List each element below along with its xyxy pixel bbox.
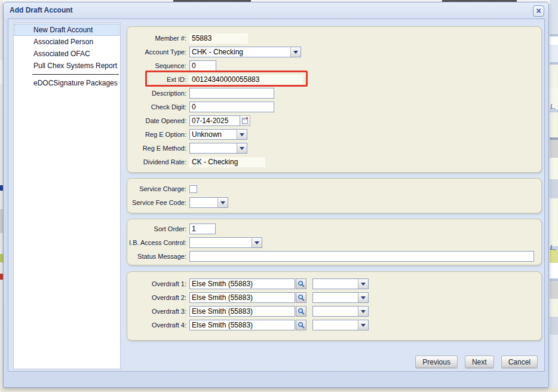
chevron-down-icon[interactable] bbox=[237, 143, 247, 153]
chevron-down-icon[interactable] bbox=[237, 130, 247, 139]
account-type-row: Account Type: bbox=[127, 47, 541, 57]
reg-e-method-select[interactable] bbox=[189, 143, 247, 154]
search-icon[interactable] bbox=[296, 278, 306, 289]
ib-access-control-row: I.B. Access Control: bbox=[127, 237, 541, 248]
dividend-rate-row: Dividend Rate: CK - Checking bbox=[127, 157, 541, 167]
overdraft-4-row: Overdraft 4: bbox=[127, 320, 541, 330]
overdraft-4-input[interactable] bbox=[189, 320, 295, 330]
chevron-down-icon[interactable] bbox=[358, 293, 368, 302]
check-digit-row: Check Digit: bbox=[127, 102, 541, 112]
chevron-down-icon[interactable] bbox=[217, 198, 228, 207]
sequence-label: Sequence: bbox=[127, 62, 189, 69]
service-charge-row: Service Charge: bbox=[127, 183, 541, 194]
overdraft-4-code-select[interactable] bbox=[312, 320, 369, 330]
search-icon[interactable] bbox=[296, 320, 306, 330]
dialog-body: New Draft Account Associated Person Asso… bbox=[8, 19, 545, 372]
overdraft-3-label: Overdraft 3: bbox=[127, 308, 189, 315]
description-row: Description: bbox=[127, 88, 541, 99]
background-bottom-strip bbox=[0, 388, 558, 392]
check-digit-input[interactable] bbox=[189, 102, 274, 112]
reg-e-method-input[interactable] bbox=[190, 143, 237, 153]
account-type-select[interactable] bbox=[189, 47, 301, 57]
search-icon[interactable] bbox=[296, 306, 306, 317]
sequence-row: Sequence: bbox=[127, 60, 541, 71]
account-details-panel: Member #: 55883 Account Type: Sequence: bbox=[127, 26, 542, 173]
ext-id-value: 00124340000055883 bbox=[189, 75, 303, 85]
sidebar-item-associated-ofac[interactable]: Associated OFAC bbox=[14, 48, 119, 60]
description-input[interactable] bbox=[189, 88, 274, 99]
ib-access-control-select[interactable] bbox=[189, 237, 262, 248]
dialog-title: Add Draft Account bbox=[10, 6, 73, 14]
overdraft-1-code-select[interactable] bbox=[312, 278, 369, 289]
sort-order-label: Sort Order: bbox=[127, 225, 189, 232]
overdraft-1-row: Overdraft 1: bbox=[127, 278, 541, 289]
service-charge-panel: Service Charge: Service Fee Code: bbox=[127, 178, 542, 213]
sequence-input[interactable] bbox=[189, 60, 216, 71]
service-charge-checkbox[interactable] bbox=[189, 185, 197, 193]
overdraft-panel: Overdraft 1: Overdraft 2: bbox=[127, 271, 542, 341]
status-message-input[interactable] bbox=[189, 251, 534, 262]
date-opened-input[interactable] bbox=[189, 115, 240, 126]
chevron-down-icon[interactable] bbox=[252, 238, 262, 247]
chevron-down-icon[interactable] bbox=[358, 279, 368, 289]
reg-e-option-label: Reg E Option: bbox=[127, 131, 189, 138]
form-column: Member #: 55883 Account Type: Sequence: bbox=[127, 19, 542, 372]
dividend-rate-label: Dividend Rate: bbox=[127, 158, 189, 166]
overdraft-4-label: Overdraft 4: bbox=[127, 321, 189, 329]
previous-button[interactable]: Previous bbox=[415, 356, 458, 368]
overdraft-3-input[interactable] bbox=[189, 306, 295, 317]
reg-e-option-select[interactable] bbox=[189, 129, 247, 140]
account-type-input[interactable] bbox=[190, 47, 290, 57]
overdraft-3-code-input[interactable] bbox=[313, 307, 358, 316]
cutoff-text-fragment: L, bbox=[550, 244, 556, 251]
service-fee-code-label: Service Fee Code: bbox=[127, 199, 189, 206]
sort-order-input[interactable] bbox=[189, 223, 216, 234]
check-digit-label: Check Digit: bbox=[127, 103, 189, 111]
overdraft-2-row: Overdraft 2: bbox=[127, 292, 541, 303]
overdraft-1-label: Overdraft 1: bbox=[127, 280, 189, 287]
sidebar-item-edocsignature-packages[interactable]: eDOCSignature Packages bbox=[14, 77, 119, 89]
service-fee-code-input[interactable] bbox=[190, 198, 217, 207]
sidebar-item-pull-chex-systems-report[interactable]: Pull Chex Systems Report bbox=[14, 60, 119, 72]
overdraft-1-code-input[interactable] bbox=[313, 279, 358, 289]
overdraft-3-code-select[interactable] bbox=[312, 306, 369, 317]
chevron-down-icon[interactable] bbox=[358, 307, 368, 316]
overdraft-2-code-select[interactable] bbox=[312, 292, 369, 303]
status-message-row: Status Message: bbox=[127, 251, 541, 262]
close-icon[interactable]: × bbox=[533, 5, 544, 17]
overdraft-2-label: Overdraft 2: bbox=[127, 294, 189, 301]
ib-access-control-input[interactable] bbox=[190, 238, 252, 247]
background-right-strip: L, L, bbox=[550, 0, 558, 392]
date-opened-label: Date Opened: bbox=[127, 117, 189, 124]
sort-order-row: Sort Order: bbox=[127, 223, 541, 234]
dialog-footer: Previous Next Cancel bbox=[415, 356, 538, 368]
service-fee-code-select[interactable] bbox=[189, 197, 228, 208]
chevron-down-icon[interactable] bbox=[358, 320, 368, 330]
overdraft-3-row: Overdraft 3: bbox=[127, 306, 541, 317]
settings-panel: Sort Order: I.B. Access Control: Status … bbox=[127, 219, 542, 265]
chevron-down-icon[interactable] bbox=[290, 47, 301, 57]
reg-e-method-row: Reg E Method: bbox=[127, 143, 541, 154]
overdraft-1-input[interactable] bbox=[189, 278, 295, 289]
calendar-icon[interactable] bbox=[240, 115, 250, 126]
sidebar-item-associated-person[interactable]: Associated Person bbox=[14, 36, 119, 48]
sidebar-divider bbox=[32, 74, 119, 75]
cancel-button[interactable]: Cancel bbox=[501, 356, 538, 368]
overdraft-2-input[interactable] bbox=[189, 292, 295, 303]
next-button[interactable]: Next bbox=[465, 356, 494, 368]
dividend-rate-value: CK - Checking bbox=[189, 157, 265, 167]
dialog-titlebar: Add Draft Account × bbox=[4, 2, 548, 19]
sidebar-item-new-draft-account[interactable]: New Draft Account bbox=[14, 24, 119, 36]
reg-e-option-input[interactable] bbox=[190, 130, 237, 139]
overdraft-2-code-input[interactable] bbox=[313, 293, 358, 302]
reg-e-method-label: Reg E Method: bbox=[127, 145, 189, 152]
member-number-label: Member #: bbox=[127, 35, 189, 42]
service-charge-label: Service Charge: bbox=[127, 185, 189, 192]
wizard-step-list: New Draft Account Associated Person Asso… bbox=[13, 23, 121, 369]
search-icon[interactable] bbox=[296, 292, 306, 303]
member-number-row: Member #: 55883 bbox=[127, 33, 541, 44]
account-type-label: Account Type: bbox=[127, 48, 189, 56]
status-message-label: Status Message: bbox=[127, 253, 189, 260]
member-number-value: 55883 bbox=[189, 33, 248, 44]
overdraft-4-code-input[interactable] bbox=[313, 320, 358, 330]
